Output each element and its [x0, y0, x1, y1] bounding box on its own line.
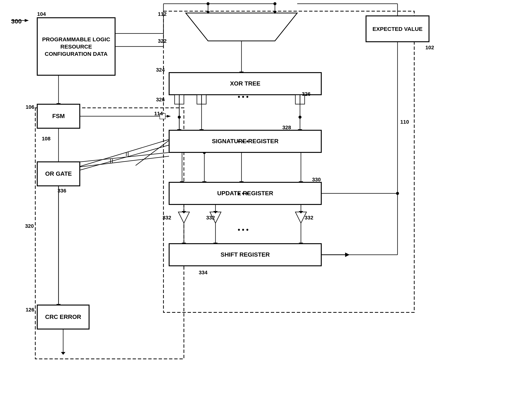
ref-108: 108 — [42, 136, 51, 142]
dots-mux: • • • — [238, 226, 249, 234]
ref-106: 106 — [26, 104, 34, 110]
svg-point-94 — [273, 2, 276, 5]
diagram: PROGRAMMABLE LOGIC RESOURCE CONFIGURATIO… — [0, 0, 532, 405]
ref-334: 334 — [199, 270, 208, 276]
dots-update-reg: • • • — [238, 190, 249, 197]
crc-error-block: CRC ERROR — [37, 305, 89, 329]
svg-rect-1 — [164, 11, 414, 312]
svg-marker-102 — [25, 19, 29, 22]
ref-104: 104 — [37, 11, 46, 17]
svg-point-95 — [178, 116, 181, 119]
svg-marker-77 — [167, 115, 171, 117]
xor-tree-block: XOR TREE — [169, 73, 321, 95]
ref-320: 320 — [25, 223, 34, 229]
ref-328: 328 — [282, 125, 291, 130]
svg-marker-15 — [178, 212, 190, 223]
ref-326b: 326 — [302, 91, 311, 97]
svg-marker-11 — [186, 13, 297, 41]
ref-114: 114 — [154, 111, 163, 117]
dots-sig-reg: • • • — [238, 138, 249, 145]
ref-332b: 332 — [206, 215, 215, 221]
ref-112: 112 — [158, 11, 167, 17]
fsm-block: FSM — [37, 104, 80, 128]
ref-336: 336 — [58, 188, 66, 194]
shift-register-block: SHIFT REGISTER — [169, 243, 321, 266]
ref-322: 322 — [158, 38, 167, 44]
ref-332c: 332 — [305, 215, 313, 221]
ref-330: 330 — [312, 177, 321, 182]
ref-126: 126 — [26, 307, 34, 313]
ref-300-arrow — [10, 15, 34, 26]
svg-point-93 — [207, 2, 210, 5]
ref-102: 102 — [425, 45, 434, 51]
svg-marker-82 — [61, 352, 65, 355]
ref-326a: 326 — [156, 97, 165, 103]
or-gate-block: OR GATE — [37, 162, 80, 186]
svg-line-48 — [80, 140, 169, 166]
dots-xor: • • • — [238, 93, 249, 101]
ref-332a: 332 — [163, 215, 171, 221]
svg-point-98 — [396, 192, 399, 195]
plr-config-block: PROGRAMMABLE LOGIC RESOURCE CONFIGURATIO… — [37, 18, 115, 75]
expected-value-block: EXPECTED VALUE — [366, 16, 429, 42]
svg-point-96 — [298, 116, 302, 119]
ref-110: 110 — [400, 119, 409, 125]
ref-324: 324 — [156, 67, 165, 73]
